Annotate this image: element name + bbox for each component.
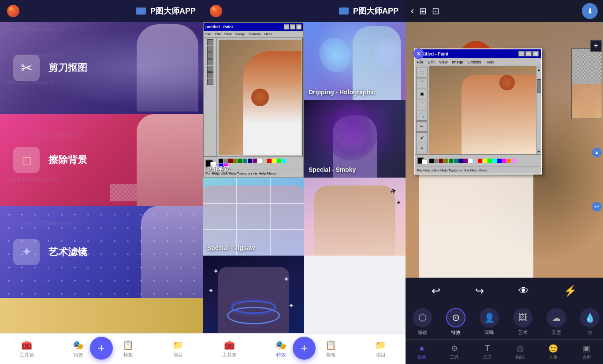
- nav-special-1[interactable]: 🎭 特效: [73, 340, 84, 358]
- ov-min-btn[interactable]: _: [518, 51, 525, 56]
- tool-eraser[interactable]: [207, 46, 213, 52]
- tool-pencil[interactable]: [207, 52, 213, 59]
- ov-image[interactable]: Image: [452, 60, 463, 64]
- fab-button-1[interactable]: +: [90, 337, 113, 360]
- ov-tool-pencil[interactable]: ✏: [416, 121, 428, 132]
- feature-card-filter[interactable]: ✦ 艺术滤镜: [0, 206, 203, 298]
- ov-tool-pick[interactable]: ⌒: [416, 100, 428, 110]
- effect-art[interactable]: 🖼 艺术: [510, 308, 536, 336]
- menu-options[interactable]: Options: [249, 32, 261, 36]
- ov-tool-free[interactable]: ⌒: [416, 78, 428, 89]
- ov-close-btn[interactable]: ✕: [532, 51, 539, 56]
- jigsaw-cell-3: [270, 178, 304, 204]
- menu-image[interactable]: Image: [235, 32, 245, 36]
- ov-tool-fill[interactable]: ▣: [416, 89, 428, 99]
- nav-toolbox-2[interactable]: 🧰 工具箱: [222, 340, 237, 358]
- grid-cell-paint[interactable]: untitled - Paint _ □ ✕ File Edit View Im…: [203, 22, 304, 178]
- ov-tool-brush[interactable]: 🖌: [416, 132, 428, 143]
- grid-cell-sparkle[interactable]: ✦ ✦ ✦ ✦: [203, 256, 304, 334]
- fab-icon-1: +: [98, 341, 105, 355]
- visibility-btn[interactable]: 👁: [518, 285, 529, 297]
- ov-view[interactable]: View: [439, 60, 447, 64]
- save-download-btn[interactable]: ⬇: [582, 3, 598, 19]
- grid-cell-jigsaw[interactable]: Special - Jigsaw: [203, 178, 304, 256]
- toolbox-icon-2: 🧰: [224, 340, 235, 350]
- feature-card-extra[interactable]: [0, 298, 203, 333]
- scroll-down[interactable]: ▼: [537, 149, 541, 154]
- feature-card-scissors[interactable]: ✂ 剪刀抠图: [0, 22, 203, 114]
- ov-tool-text[interactable]: A: [416, 143, 428, 153]
- effect-special[interactable]: ⊙ 特效: [443, 308, 469, 336]
- close-overlay-btn[interactable]: ✕: [413, 48, 424, 59]
- redo-btn[interactable]: ↪: [475, 285, 484, 297]
- nav-project-2[interactable]: 📁 项目: [375, 340, 386, 358]
- tab-stickers[interactable]: ◎ 贴纸: [516, 344, 525, 360]
- nav-template-2[interactable]: 📋 模板: [325, 340, 336, 358]
- grid-cell-girl1[interactable]: ✈ ✈: [304, 178, 406, 256]
- feature-card-eraser[interactable]: ◻ 擦除背景: [0, 114, 203, 206]
- undo-btn[interactable]: ↩: [432, 285, 440, 297]
- ov-help[interactable]: Help: [485, 60, 494, 64]
- crop-icon[interactable]: ⊡: [432, 6, 439, 16]
- ov-file[interactable]: File: [417, 60, 424, 64]
- header-icons-2: [339, 7, 349, 15]
- overlay-canvas[interactable]: [429, 66, 536, 154]
- effect-water[interactable]: 💧 水: [577, 308, 603, 336]
- close-window-btn[interactable]: ✕: [296, 24, 302, 30]
- special-effect-label: 特效: [451, 329, 461, 336]
- special-effect-icon: ⊙: [446, 308, 465, 327]
- nav-template-1[interactable]: 📋 模板: [123, 340, 134, 358]
- grid-cell-smoky[interactable]: Special - Smoky: [304, 100, 406, 178]
- menu-edit[interactable]: Edit: [215, 32, 221, 36]
- scroll-up[interactable]: ▲: [537, 67, 541, 72]
- tool-select[interactable]: [207, 39, 213, 45]
- nav-project-1[interactable]: 📁 项目: [172, 340, 183, 358]
- project-icon-1: 📁: [172, 340, 183, 350]
- effect-filter[interactable]: ⬡ 滤镜: [409, 308, 436, 336]
- ov-max-btn[interactable]: □: [525, 51, 532, 56]
- maximize-btn[interactable]: □: [290, 24, 295, 30]
- tab-frame[interactable]: ▣ 边框: [582, 344, 591, 360]
- ov-edit[interactable]: Edit: [428, 60, 435, 64]
- ov-tool-select[interactable]: ⬚: [416, 67, 428, 78]
- grid-cell-holo[interactable]: Dripping - Holographic: [304, 22, 406, 100]
- tool-rect[interactable]: [207, 72, 213, 78]
- paint-canvas[interactable]: [219, 40, 302, 155]
- ov-options[interactable]: Options: [467, 60, 481, 64]
- ov-bg-color[interactable]: [422, 159, 427, 164]
- water-effect-label: 水: [588, 329, 592, 336]
- nav-toolbox-1[interactable]: 🧰 工具箱: [19, 340, 34, 358]
- nav-scroll-up-btn[interactable]: ▲: [592, 148, 602, 157]
- mini-preview-top: [572, 49, 602, 84]
- menu-view[interactable]: View: [224, 32, 232, 36]
- minimize-btn[interactable]: _: [284, 24, 289, 30]
- ov-tool-zoom[interactable]: 🔍: [416, 111, 428, 121]
- tab-tools[interactable]: ⚙ 工具: [450, 344, 459, 360]
- fab-button-2[interactable]: +: [293, 337, 316, 360]
- tool-fill[interactable]: [207, 79, 213, 85]
- overlay-scrollbar[interactable]: ▲ ▼: [536, 66, 541, 154]
- layers-icon[interactable]: ⊞: [419, 6, 427, 16]
- mini-checker: [572, 49, 602, 84]
- jigsaw-cell-2: [237, 178, 271, 204]
- tool-text[interactable]: [207, 59, 213, 65]
- tab-portrait[interactable]: 😊 人像: [548, 344, 558, 360]
- nav-special-2[interactable]: 🎭 特效: [275, 340, 287, 358]
- art-effect-icon: 🖼: [513, 308, 532, 327]
- add-layer-btn[interactable]: +: [590, 40, 602, 52]
- compare-btn[interactable]: ⚡: [564, 285, 577, 297]
- menu-help[interactable]: Help: [264, 32, 272, 36]
- effect-sky[interactable]: ☁ 天空: [543, 308, 570, 336]
- tab-text[interactable]: T 文字: [483, 344, 492, 360]
- tab-effects[interactable]: ★ 效果: [417, 344, 426, 360]
- scrollbar-thumb[interactable]: [537, 79, 541, 93]
- jigsaw-cell-9: [270, 230, 304, 256]
- tools-tab-label: 工具: [450, 354, 459, 360]
- paint-overlay-window[interactable]: untitled - Paint _ □ ✕ File Edit View Im…: [414, 48, 542, 175]
- effect-double[interactable]: 👤 双曝: [476, 308, 502, 336]
- nav-scroll-down-btn[interactable]: ↩: [592, 202, 602, 212]
- project-label-2: 项目: [376, 352, 386, 358]
- back-arrow-icon[interactable]: ‹: [411, 5, 414, 17]
- menu-file[interactable]: File: [205, 32, 211, 36]
- tool-line[interactable]: [207, 66, 213, 72]
